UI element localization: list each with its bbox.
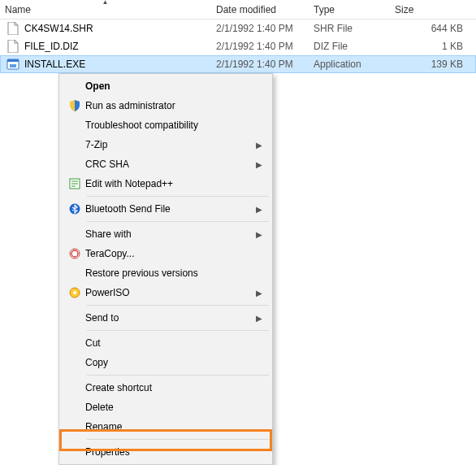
application-icon [6,58,19,71]
file-list: CK4SW14.SHR 2/1/1992 1:40 PM SHR File 64… [0,20,476,73]
menu-separator [87,196,269,197]
menu-label: CRC SHA [85,159,256,170]
menu-item-run-as-administrator[interactable]: Run as administrator [61,96,270,115]
column-header-row: Name ▲ Date modified Type Size [0,0,476,20]
menu-label: 7-Zip [85,139,256,150]
column-label: Size [395,4,413,15]
column-header-type[interactable]: Type [309,0,390,19]
menu-label: PowerISO [85,287,256,298]
file-row[interactable]: FILE_ID.DIZ 2/1/1992 1:40 PM DIZ File 1 … [0,37,476,55]
file-date: 2/1/1992 1:40 PM [211,59,309,70]
context-menu: Open Run as administrator Troubleshoot c… [58,73,273,465]
menu-item-create-shortcut[interactable]: Create shortcut [61,378,270,398]
file-icon [6,22,19,35]
file-name: INSTALL.EXE [24,59,85,70]
menu-item-rename[interactable]: Rename [61,417,270,437]
menu-label: Rename [85,421,262,432]
file-row-selected[interactable]: INSTALL.EXE 2/1/1992 1:40 PM Application… [0,55,476,73]
poweriso-icon [64,287,85,298]
notepad-icon [64,178,85,189]
file-name: FILE_ID.DIZ [24,41,79,52]
menu-label: Create shortcut [85,382,262,393]
chevron-right-icon: ▶ [256,205,262,214]
menu-label: Troubleshoot compatibility [85,120,262,131]
column-header-name[interactable]: Name ▲ [0,0,211,19]
menu-item-cut[interactable]: Cut [61,333,270,353]
chevron-right-icon: ▶ [256,314,262,323]
menu-label: Delete [85,402,262,413]
menu-label: Properties [85,446,262,458]
menu-item-edit-with-notepad-plus-plus[interactable]: Edit with Notepad++ [61,174,270,193]
file-date: 2/1/1992 1:40 PM [211,41,309,52]
chevron-right-icon: ▶ [256,160,262,169]
chevron-right-icon: ▶ [256,289,262,298]
file-row[interactable]: CK4SW14.SHR 2/1/1992 1:40 PM SHR File 64… [0,20,476,37]
menu-separator [87,221,269,222]
menu-item-copy[interactable]: Copy [61,353,270,372]
file-type: SHR File [309,23,390,34]
file-date: 2/1/1992 1:40 PM [211,23,309,34]
chevron-right-icon: ▶ [256,230,262,239]
menu-separator [87,375,269,376]
menu-separator [87,439,269,440]
menu-label: Send to [85,312,256,324]
menu-separator [87,330,269,331]
menu-item-delete[interactable]: Delete [61,398,270,417]
menu-item-poweriso[interactable]: PowerISO ▶ [61,283,270,302]
menu-label: TeraCopy... [85,248,262,259]
menu-label: Bluetooth Send File [85,203,256,215]
menu-item-bluetooth-send-file[interactable]: Bluetooth Send File ▶ [61,199,270,219]
file-name: CK4SW14.SHR [24,23,93,34]
file-icon [6,40,19,53]
svg-rect-1 [7,59,19,62]
menu-item-crc-sha[interactable]: CRC SHA ▶ [61,154,270,174]
svg-rect-2 [10,64,16,67]
menu-label: Share with [85,228,256,240]
shield-icon [64,100,85,111]
menu-item-troubleshoot-compatibility[interactable]: Troubleshoot compatibility [61,115,270,135]
menu-label: Open [85,80,262,92]
file-type: DIZ File [309,41,390,52]
chevron-right-icon: ▶ [256,141,262,150]
svg-point-7 [73,291,76,294]
menu-label: Copy [85,357,262,368]
menu-item-7zip[interactable]: 7-Zip ▶ [61,135,270,154]
file-type: Application [309,59,390,70]
column-label: Date modified [216,4,276,15]
menu-item-share-with[interactable]: Share with ▶ [61,224,270,244]
teracopy-icon [64,248,85,259]
menu-item-restore-previous-versions[interactable]: Restore previous versions [61,263,270,283]
menu-label: Restore previous versions [85,267,262,279]
menu-label: Cut [85,337,262,349]
file-size: 139 KB [390,59,471,70]
menu-item-teracopy[interactable]: TeraCopy... [61,244,270,263]
bluetooth-icon [64,203,85,215]
menu-label: Edit with Notepad++ [85,178,262,189]
sort-indicator-icon: ▲ [102,0,109,6]
file-size: 644 KB [390,23,471,34]
menu-item-properties[interactable]: Properties [61,442,270,462]
menu-separator [87,305,269,306]
file-size: 1 KB [390,41,471,52]
menu-item-send-to[interactable]: Send to ▶ [61,308,270,328]
menu-label: Run as administrator [85,100,262,111]
column-header-date-modified[interactable]: Date modified [211,0,309,19]
column-header-size[interactable]: Size [390,0,471,19]
column-label: Type [314,4,335,15]
menu-item-open[interactable]: Open [61,76,270,96]
column-label: Name [5,4,31,15]
